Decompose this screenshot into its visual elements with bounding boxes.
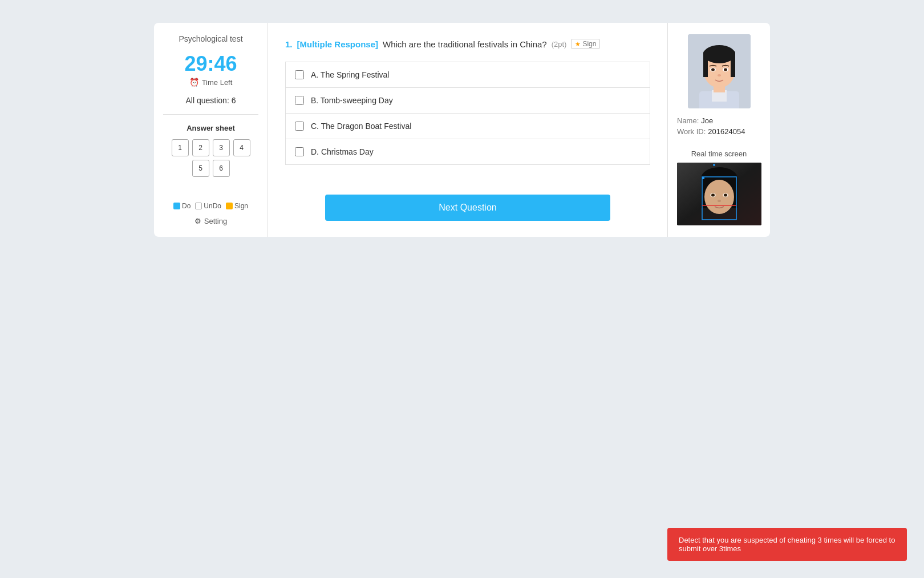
svg-point-11 [711,68,715,71]
timer-display: 29:46 [184,54,237,74]
option-b[interactable]: B. Tomb-sweeping Day [285,87,650,114]
realtime-label: Real time screen [691,149,747,158]
question-points: (2pt) [552,40,567,48]
svg-point-12 [724,68,727,71]
do-label: Do [182,202,191,210]
svg-point-25 [711,194,715,197]
option-d[interactable]: D. Christmas Day [285,139,650,165]
toast-notification: Detect that you are suspected of cheatin… [667,528,907,561]
next-question-button[interactable]: Next Question [325,195,610,221]
time-left-label: Time Left [202,78,233,87]
svg-rect-8 [703,50,735,60]
answer-sheet-label: Answer sheet [187,124,235,132]
legend-sign: Sign [226,202,248,210]
answer-box-4[interactable]: 4 [233,139,250,156]
question-text: Which are the traditional festivals in C… [383,39,547,49]
checkbox-a[interactable] [295,70,304,79]
left-panel: Psychological test 29:46 ⏰ Time Left All… [154,23,268,237]
question-type-badge: [Multiple Response] [297,39,379,49]
answer-box-3[interactable]: 3 [213,139,230,156]
exam-container: Psychological test 29:46 ⏰ Time Left All… [154,23,770,237]
undo-dot [195,203,202,209]
legend-do: Do [173,202,191,210]
toast-message: Detect that you are suspected of cheatin… [679,536,895,553]
svg-rect-22 [702,177,704,179]
question-header: 1. [Multiple Response] Which are the tra… [285,39,650,49]
work-id-label: Work ID: [677,127,706,136]
answer-box-6[interactable]: 6 [213,160,230,177]
sign-badge-label: Sign [582,40,596,48]
middle-panel: 1. [Multiple Response] Which are the tra… [268,23,667,237]
undo-label: UnDo [204,202,221,210]
option-a-label: A. The Spring Festival [311,70,389,79]
user-photo [688,34,751,108]
time-left-row: ⏰ Time Left [189,78,233,87]
answer-box-1[interactable]: 1 [172,139,189,156]
user-workid-row: Work ID: 201624054 [677,127,761,136]
svg-point-13 [718,74,721,76]
checkbox-d[interactable] [295,147,304,156]
sign-button[interactable]: ★ Sign [571,39,600,49]
name-value: Joe [701,116,713,125]
user-info: Name: Joe Work ID: 201624054 [677,116,761,138]
legend-row: Do UnDo Sign [173,202,248,210]
answer-box-2[interactable]: 2 [192,139,209,156]
option-b-label: B. Tomb-sweeping Day [311,96,393,105]
right-panel: Name: Joe Work ID: 201624054 Real time s… [667,23,770,237]
work-id-value: 201624054 [708,127,745,136]
svg-point-26 [724,194,727,197]
question-number: 1. [285,39,293,49]
user-name-row: Name: Joe [677,116,761,125]
svg-point-28 [713,164,715,166]
sign-dot [226,203,233,209]
answer-grid: 1 2 3 4 5 6 [163,139,258,177]
clock-icon: ⏰ [189,78,199,87]
checkbox-b[interactable] [295,96,304,105]
option-a[interactable]: A. The Spring Festival [285,62,650,88]
do-dot [173,203,180,209]
option-c-label: C. The Dragon Boat Festival [311,122,411,131]
svg-point-27 [718,200,721,202]
test-title: Psychological test [179,34,242,43]
options-list: A. The Spring Festival B. Tomb-sweeping … [285,62,650,164]
answer-box-5[interactable]: 5 [192,160,209,177]
setting-label: Setting [204,217,227,225]
realtime-screen [677,163,761,225]
legend-undo: UnDo [195,202,221,210]
setting-row[interactable]: ⚙ Setting [194,217,227,225]
gear-icon: ⚙ [194,217,201,225]
svg-point-19 [704,180,734,214]
name-label: Name: [677,116,699,125]
divider [163,114,258,115]
realtime-placeholder [677,163,761,225]
all-questions: All question: 6 [186,96,236,105]
sign-label: Sign [234,202,248,210]
star-icon: ★ [575,41,581,48]
option-c[interactable]: C. The Dragon Boat Festival [285,113,650,139]
option-d-label: D. Christmas Day [311,147,374,156]
checkbox-c[interactable] [295,122,304,131]
